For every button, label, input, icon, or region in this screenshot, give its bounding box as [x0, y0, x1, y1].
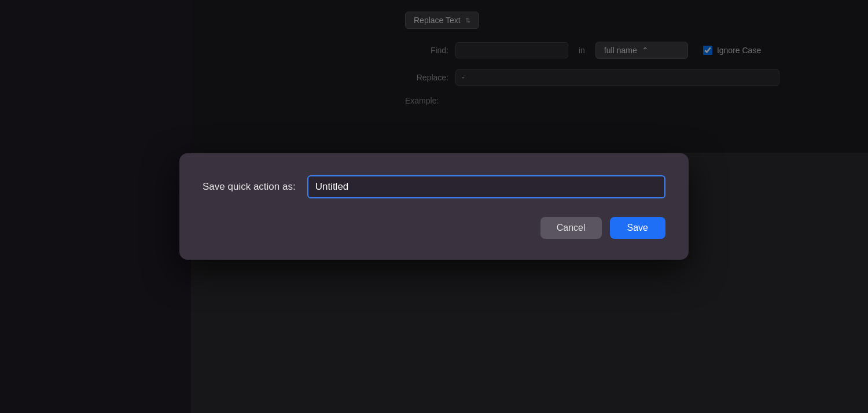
dialog-name-input[interactable]: [307, 175, 665, 198]
dialog-buttons: Cancel Save: [203, 217, 665, 239]
cancel-button[interactable]: Cancel: [540, 217, 602, 239]
dialog-content: Save quick action as:: [203, 175, 665, 198]
dialog-prompt-label: Save quick action as:: [203, 181, 296, 193]
save-button[interactable]: Save: [610, 217, 665, 239]
save-dialog: Save quick action as: Cancel Save: [179, 153, 689, 260]
